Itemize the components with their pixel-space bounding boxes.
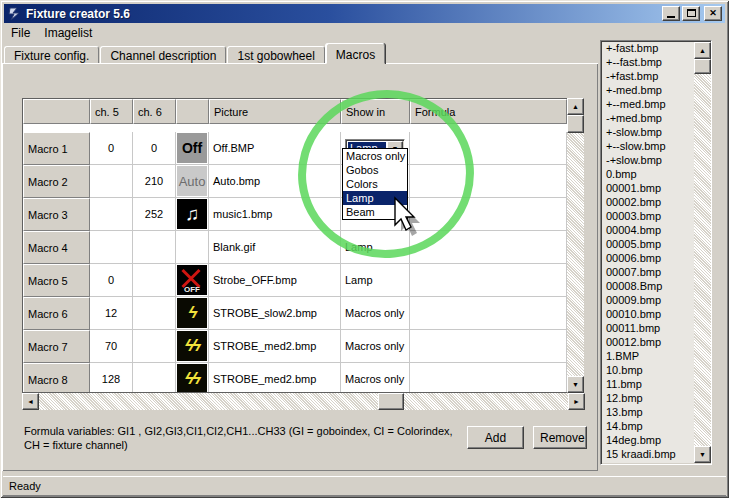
dropdown-option-lamp[interactable]: Lamp	[343, 191, 407, 205]
table-vertical-scrollbar[interactable]: ▲ ▼	[567, 98, 584, 393]
cell-icon: ϟ	[176, 297, 209, 330]
menu-item-imagelist[interactable]: Imagelist	[37, 24, 99, 42]
cell-show-in: Lamp	[341, 231, 410, 264]
vertical-scroll-thumb[interactable]	[567, 115, 584, 133]
horizontal-scroll-thumb[interactable]	[378, 393, 404, 410]
macros-table: ch. 5ch. 6PictureShow inFormulaMacro 100…	[22, 98, 568, 393]
scroll-up-button[interactable]: ▲	[567, 98, 584, 115]
scroll-down-button[interactable]: ▼	[567, 376, 584, 393]
file-list-scroll-down-button[interactable]: ▼	[694, 446, 711, 463]
dropdown-option-macros-only[interactable]: Macros only	[343, 149, 407, 163]
app-icon	[7, 7, 22, 21]
scroll-left-button[interactable]: ◄	[22, 393, 39, 410]
file-list-scroll-up-button[interactable]: ▲	[694, 42, 711, 59]
table-row-label: Macro 6	[23, 297, 90, 330]
cell-ch5	[90, 165, 133, 198]
cell-ch5	[90, 198, 133, 231]
cell-icon: OFF	[176, 264, 209, 297]
table-row-label: Macro 8	[23, 363, 90, 393]
tab-strip: Fixture config.Channel description1st go…	[4, 44, 386, 64]
off-icon: Off	[177, 133, 207, 163]
cell-formula	[410, 198, 567, 231]
add-button[interactable]: Add	[467, 426, 524, 449]
cell-ch5: 0	[90, 132, 133, 165]
bolt2-icon: ϟϟ	[177, 364, 207, 393]
cell-icon	[176, 231, 209, 264]
cell-icon: ϟϟ	[176, 330, 209, 363]
cell-ch6	[133, 231, 176, 264]
tab-fixture-config-[interactable]: Fixture config.	[4, 46, 99, 64]
cell-formula	[410, 330, 567, 363]
scroll-right-button[interactable]: ►	[568, 393, 585, 410]
cell-picture: STROBE_med2.bmp	[209, 330, 341, 363]
auto-icon: Auto	[177, 166, 207, 196]
cell-icon: Off	[176, 132, 209, 165]
file-list-scroll-thumb[interactable]	[694, 59, 711, 74]
column-header-show-in: Show in	[341, 99, 410, 124]
column-header-icon	[176, 99, 209, 124]
table-row-label: Macro 5	[23, 264, 90, 297]
window-title: Fixture creator 5.6	[26, 7, 662, 21]
file-list-scrollbar[interactable]: ▲ ▼	[694, 42, 711, 463]
show-in-dropdown-list: Macros onlyGobosColorsLampBeam	[342, 148, 408, 220]
table-horizontal-scrollbar[interactable]: ◄ ►	[22, 393, 585, 410]
cell-ch5: 128	[90, 363, 133, 393]
cell-ch5: 12	[90, 297, 133, 330]
column-header-picture: Picture	[209, 99, 341, 124]
cell-formula	[410, 132, 567, 165]
dropdown-option-colors[interactable]: Colors	[343, 177, 407, 191]
cell-ch5	[90, 231, 133, 264]
cell-ch6	[133, 330, 176, 363]
status-text: Ready	[9, 480, 41, 492]
cell-picture: STROBE_slow2.bmp	[209, 297, 341, 330]
cell-ch5: 70	[90, 330, 133, 363]
minimize-button[interactable]	[662, 6, 680, 21]
maximize-button[interactable]	[682, 6, 700, 21]
tab-1st-gobowheel[interactable]: 1st gobowheel	[227, 46, 324, 64]
close-button[interactable]: ✕	[704, 6, 722, 21]
cell-formula	[410, 231, 567, 264]
column-header-ch6: ch. 6	[133, 99, 176, 124]
cell-icon: ♫	[176, 198, 209, 231]
cell-picture: Strobe_OFF.bmp	[209, 264, 341, 297]
table-row-label: Macro 1	[23, 132, 90, 165]
cell-picture: Off.BMP	[209, 132, 341, 165]
cell-ch6: 210	[133, 165, 176, 198]
cell-show-in: Lamp	[341, 264, 410, 297]
column-header-ch5: ch. 5	[90, 99, 133, 124]
column-header-label	[23, 99, 90, 124]
cell-formula	[410, 264, 567, 297]
status-bar: Ready	[3, 476, 726, 495]
tab-macros[interactable]: Macros	[326, 43, 385, 64]
table-row-label: Macro 4	[23, 231, 90, 264]
cell-picture: Auto.bmp	[209, 165, 341, 198]
cell-picture: Blank.gif	[209, 231, 341, 264]
tab-channel-description[interactable]: Channel description	[100, 46, 226, 64]
bolt2-icon: ϟϟ	[177, 331, 207, 361]
bolt1-icon: ϟ	[177, 298, 207, 328]
cell-picture: STROBE_med2.bmp	[209, 363, 341, 393]
cell-formula	[410, 165, 567, 198]
app-window: Fixture creator 5.6 ✕ FileImagelist Fixt…	[0, 0, 729, 498]
title-bar: Fixture creator 5.6 ✕	[4, 4, 725, 23]
cell-show-in: Macros only	[341, 330, 410, 363]
dropdown-option-gobos[interactable]: Gobos	[343, 163, 407, 177]
table-row-label: Macro 2	[23, 165, 90, 198]
table-row-label: Macro 3	[23, 198, 90, 231]
cell-formula	[410, 297, 567, 330]
formula-variables-note: Formula variables: GI1 , GI2,GI3,CI1,CI2…	[24, 424, 459, 452]
cell-show-in: Macros only	[341, 297, 410, 330]
column-header-formula: Formula	[410, 99, 567, 124]
cell-formula	[410, 363, 567, 393]
table-row-label: Macro 7	[23, 330, 90, 363]
music-icon: ♫	[177, 199, 207, 229]
image-file-list[interactable]: ▲ ▼ +-fast.bmp+--fast.bmp-+fast.bmp+-med…	[600, 40, 712, 465]
dropdown-option-beam[interactable]: Beam	[343, 205, 407, 219]
cell-ch5: 0	[90, 264, 133, 297]
cell-ch6	[133, 264, 176, 297]
remove-button[interactable]: Remove	[533, 426, 587, 449]
cell-picture: music1.bmp	[209, 198, 341, 231]
strobe-off-icon: OFF	[177, 265, 207, 295]
cell-ch6	[133, 297, 176, 330]
menu-item-file[interactable]: File	[4, 24, 37, 42]
